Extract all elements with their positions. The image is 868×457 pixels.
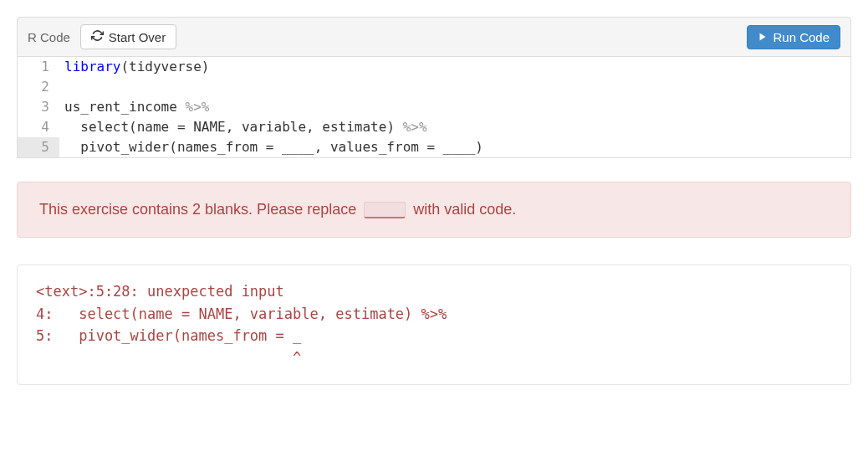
svg-marker-0 bbox=[760, 33, 766, 40]
code-line[interactable]: 2 bbox=[18, 77, 850, 97]
code-line-content[interactable]: pivot_wider(names_from = ____, values_fr… bbox=[59, 137, 850, 157]
line-number: 2 bbox=[18, 77, 59, 97]
code-editor[interactable]: 1library(tidyverse)2 3us_rent_income %>%… bbox=[17, 57, 851, 158]
line-number: 1 bbox=[18, 57, 59, 77]
code-line-content[interactable]: us_rent_income %>% bbox=[59, 97, 850, 117]
error-output: <text>:5:28: unexpected input 4: select(… bbox=[17, 264, 851, 384]
code-line[interactable]: 5 pivot_wider(names_from = ____, values_… bbox=[18, 137, 850, 157]
editor-toolbar: R Code Start Over Run Code bbox=[17, 17, 851, 57]
line-number: 5 bbox=[18, 137, 59, 157]
play-icon bbox=[758, 30, 768, 44]
blank-placeholder-icon bbox=[364, 202, 406, 218]
code-line-content[interactable]: library(tidyverse) bbox=[59, 57, 850, 77]
editor-language-label: R Code bbox=[28, 30, 70, 44]
code-line[interactable]: 1library(tidyverse) bbox=[18, 57, 850, 77]
toolbar-left: R Code Start Over bbox=[28, 24, 176, 49]
start-over-button[interactable]: Start Over bbox=[80, 24, 176, 49]
code-line[interactable]: 4 select(name = NAME, variable, estimate… bbox=[18, 117, 850, 137]
start-over-label: Start Over bbox=[109, 30, 166, 44]
hint-alert: This exercise contains 2 blanks. Please … bbox=[17, 182, 851, 238]
refresh-icon bbox=[91, 29, 104, 44]
code-line[interactable]: 3us_rent_income %>% bbox=[18, 97, 850, 117]
line-number: 3 bbox=[18, 97, 59, 117]
code-line-content[interactable] bbox=[59, 77, 850, 97]
alert-text-before: This exercise contains 2 blanks. Please … bbox=[39, 201, 356, 218]
run-code-button[interactable]: Run Code bbox=[747, 25, 840, 49]
app-container: R Code Start Over Run Code bbox=[0, 17, 868, 385]
code-line-content[interactable]: select(name = NAME, variable, estimate) … bbox=[59, 117, 850, 137]
alert-text-after: with valid code. bbox=[413, 201, 516, 218]
run-code-label: Run Code bbox=[773, 30, 830, 44]
line-number: 4 bbox=[18, 117, 59, 137]
